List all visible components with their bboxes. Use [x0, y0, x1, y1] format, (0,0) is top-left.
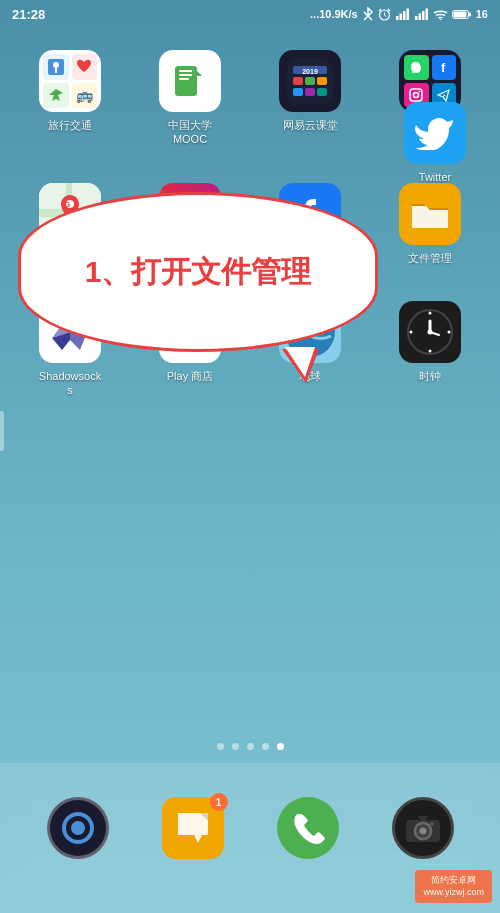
travel-heart-icon	[74, 57, 94, 77]
dot-1[interactable]	[217, 743, 224, 750]
svg-text:G: G	[64, 200, 70, 209]
svg-rect-18	[179, 74, 193, 76]
svg-rect-19	[179, 78, 189, 80]
dock-messages[interactable]: 1	[162, 797, 224, 859]
app-filemanager-label: 文件管理	[408, 251, 452, 265]
app-travel-label: 旅行交通	[48, 118, 92, 132]
dock-circle-app[interactable]	[47, 797, 109, 859]
whatsapp-icon	[408, 59, 424, 75]
clock-icon	[405, 307, 455, 357]
app-university-label: 中国大学MOOC	[168, 118, 212, 147]
svg-point-50	[428, 329, 433, 334]
battery-level: 16	[476, 8, 488, 20]
svg-rect-6	[418, 14, 421, 21]
battery-icon	[452, 9, 472, 20]
svg-point-56	[420, 828, 426, 834]
dot-5-active[interactable]	[277, 743, 284, 750]
phone-icon	[290, 810, 326, 846]
signal2-icon	[414, 8, 429, 20]
svg-rect-2	[399, 14, 402, 21]
dot-3[interactable]	[247, 743, 254, 750]
svg-rect-12	[469, 12, 471, 16]
app-twitter[interactable]: Twitter	[380, 92, 490, 194]
messages-icon	[174, 809, 212, 847]
svg-point-57	[430, 822, 434, 826]
dot-4[interactable]	[262, 743, 269, 750]
svg-point-46	[410, 330, 413, 333]
app-twitter-label: Twitter	[419, 170, 451, 184]
annotation-bubble: 1、打开文件管理	[18, 192, 378, 352]
svg-rect-17	[179, 70, 193, 72]
svg-rect-11	[453, 11, 466, 17]
app-netease[interactable]: 2019 网易云课堂	[250, 40, 370, 157]
svg-rect-23	[293, 77, 303, 85]
app-university[interactable]: 中国大学MOOC	[130, 40, 250, 157]
app-playstore-label: Play 商店	[167, 369, 213, 383]
svg-point-9	[439, 19, 441, 20]
svg-rect-7	[422, 11, 425, 20]
status-time: 21:28	[12, 7, 45, 22]
messages-badge: 1	[210, 793, 228, 811]
page-dots	[0, 735, 500, 758]
university-icon	[167, 58, 213, 104]
signal1-icon	[395, 8, 410, 20]
status-bar: 21:28 ...10.9K/s	[0, 0, 500, 28]
watermark: 简约安卓网 www.yizwj.com	[415, 870, 492, 903]
side-indicator	[0, 411, 4, 451]
svg-text:f: f	[441, 60, 446, 75]
svg-point-44	[429, 311, 432, 314]
svg-point-45	[429, 349, 432, 352]
svg-rect-1	[396, 16, 399, 20]
svg-rect-5	[415, 16, 418, 20]
twitter-bird-icon	[415, 116, 455, 150]
netease-icon: 2019	[287, 58, 333, 104]
svg-rect-27	[305, 88, 315, 96]
watermark-line1: 简约安卓网	[423, 874, 484, 887]
app-netease-label: 网易云课堂	[283, 118, 338, 132]
camera-icon	[404, 812, 442, 844]
svg-rect-25	[317, 77, 327, 85]
app-clock[interactable]: 时钟	[370, 291, 490, 408]
svg-point-14	[53, 62, 59, 68]
app-shadowsocks-label: Shadowsocks	[39, 369, 101, 398]
svg-rect-26	[293, 88, 303, 96]
dot-2[interactable]	[232, 743, 239, 750]
svg-point-52	[71, 821, 85, 835]
bluetooth-icon	[362, 7, 374, 21]
status-right: ...10.9K/s	[310, 7, 488, 21]
svg-rect-3	[403, 11, 406, 20]
svg-rect-28	[317, 88, 327, 96]
svg-text:2019: 2019	[302, 68, 318, 75]
app-travel[interactable]: 🚌 旅行交通	[10, 40, 130, 157]
fb-mini-icon: f	[436, 59, 452, 75]
svg-rect-24	[305, 77, 315, 85]
travel-plane-icon	[46, 85, 66, 105]
filemanager-icon	[410, 196, 450, 232]
network-speed: ...10.9K/s	[310, 8, 358, 20]
watermark-line2: www.yizwj.com	[423, 886, 484, 899]
travel-map-icon	[46, 57, 66, 77]
dock-camera[interactable]	[392, 797, 454, 859]
wifi-icon	[433, 9, 448, 20]
svg-point-47	[448, 330, 451, 333]
svg-rect-8	[425, 9, 428, 21]
annotation-text: 1、打开文件管理	[75, 242, 322, 303]
circle-app-icon	[60, 810, 96, 846]
svg-rect-4	[406, 9, 409, 21]
alarm-icon	[378, 8, 391, 21]
dock-phone[interactable]	[277, 797, 339, 859]
app-clock-label: 时钟	[419, 369, 441, 383]
